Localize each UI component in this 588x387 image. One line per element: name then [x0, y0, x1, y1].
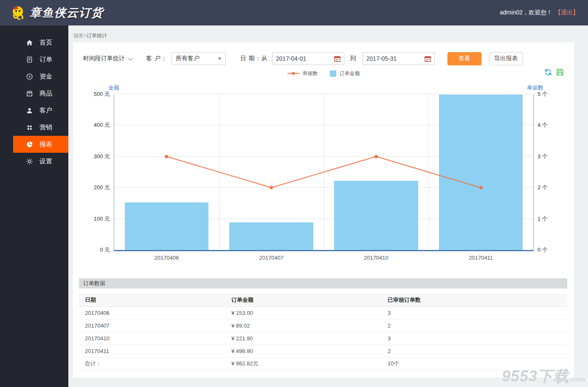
calendar-icon[interactable] [334, 56, 340, 62]
table-cell: ¥ 89.02 [225, 319, 382, 332]
table-cell: ¥ 221.90 [225, 332, 382, 345]
sidebar-item-funds[interactable]: ¥资金 [13, 68, 68, 85]
chevron-down-icon [128, 55, 133, 61]
legend-row: 单据数 订单金额 [83, 68, 564, 79]
right-axis-tick: 0 个 [537, 246, 548, 254]
report-icon [26, 141, 33, 148]
table-cell: ¥ 962.82元 [225, 357, 382, 370]
sidebar-item-label: 订单 [39, 56, 52, 64]
table-cell: 3 [382, 306, 567, 319]
goods-icon [26, 90, 33, 97]
column-header: 日期 [79, 294, 225, 306]
order-chart: 金额 单据数 0 元100 元200 元300 元400 元500 元0 个1 … [73, 83, 574, 275]
sidebar-item-label: 首页 [39, 39, 52, 47]
view-button[interactable]: 查看 [447, 52, 481, 65]
x-axis-label: 20170406 [154, 255, 179, 261]
customer-icon [26, 107, 33, 114]
table-cell: 3 [382, 332, 567, 345]
table-cell: ¥ 153.00 [225, 306, 382, 319]
app-logo: 章鱼侠云订货 [9, 4, 104, 21]
table-cell: 2 [382, 345, 567, 357]
right-axis-tick: 4 个 [537, 121, 548, 129]
logo-text: 章鱼侠云订货 [30, 5, 104, 20]
sidebar-item-label: 资金 [39, 73, 52, 81]
table-cell: 20170411 [79, 345, 225, 357]
logo-octopus-icon [9, 4, 26, 21]
breadcrumb-current: 订单统计 [87, 33, 107, 39]
calendar-icon[interactable] [425, 56, 431, 62]
right-axis-tick: 5 个 [537, 90, 548, 98]
date-to-input[interactable]: 2017-05-31 [363, 52, 435, 65]
marketing-icon [26, 124, 33, 131]
customer-select[interactable]: 所有客户 ▼ [172, 52, 226, 65]
breadcrumb: 报表>订单统计 [73, 32, 107, 39]
chart-plot: 0 元100 元200 元300 元400 元500 元0 个1 个2 个3 个… [114, 94, 534, 251]
sidebar-item-label: 客户 [39, 107, 52, 115]
line-legend-label: 单据数 [303, 70, 318, 77]
x-axis-label: 20170407 [259, 255, 284, 261]
customer-select-value: 所有客户 [176, 55, 200, 62]
sidebar-item-home[interactable]: 首页 [13, 34, 68, 51]
left-axis-tick: 300 元 [94, 153, 110, 160]
refresh-icon[interactable] [544, 68, 552, 76]
table-header-row: 日期订单金额已审核订单数 [79, 294, 567, 306]
order-data-table: 日期订单金额已审核订单数 20170406¥ 153.00320170407¥ … [79, 294, 567, 370]
funds-icon: ¥ [26, 73, 33, 80]
top-bar: 章鱼侠云订货 admin02，欢迎您！ 【退出】 [0, 0, 588, 25]
sidebar-item-goods[interactable]: 商品 [13, 85, 68, 102]
table-row: 20170407¥ 89.022 [79, 319, 567, 332]
select-caret-icon: ▼ [218, 56, 222, 61]
svg-text:¥: ¥ [29, 75, 31, 79]
sidebar-menu: 首页订单¥资金商品客户营销报表设置 [0, 34, 68, 170]
left-axis-tick: 500 元 [94, 90, 110, 98]
table-row: 20170411¥ 498.902 [79, 345, 567, 357]
user-greeting: admin02，欢迎您！ [500, 9, 552, 17]
left-axis-tick: 200 元 [94, 184, 110, 191]
sidebar-item-settings[interactable]: 设置 [13, 153, 68, 170]
left-axis-tick: 0 元 [100, 246, 110, 254]
table-body: 20170406¥ 153.00320170407¥ 89.0222017041… [79, 306, 567, 370]
report-card: 时间段订单统计 客 户： 所有客户 ▼ 日 期：从 2017-04-01 到 2… [73, 42, 574, 378]
report-type-dropdown[interactable]: 时间段订单统计 [83, 55, 132, 62]
line-point-20170411[interactable] [479, 186, 483, 189]
breadcrumb-separator: > [84, 33, 87, 39]
line-point-20170410[interactable] [374, 155, 378, 158]
sidebar-item-order[interactable]: 订单 [13, 51, 68, 68]
line-point-20170406[interactable] [165, 155, 168, 158]
table-section: 订单数据 日期订单金额已审核订单数 20170406¥ 153.00320170… [79, 278, 567, 370]
table-section-title: 订单数据 [79, 278, 567, 289]
table-cell: ¥ 498.90 [225, 345, 382, 357]
bar-legend-marker [330, 70, 336, 77]
date-from-input[interactable]: 2017-04-01 [272, 52, 344, 65]
export-button[interactable]: 导出报表 [489, 52, 523, 65]
sidebar: 首页订单¥资金商品客户营销报表设置 [0, 25, 68, 387]
left-axis-tick: 400 元 [94, 121, 110, 129]
right-axis-tick: 3 个 [537, 153, 548, 160]
column-header: 已审核订单数 [382, 294, 567, 306]
sidebar-item-label: 商品 [39, 90, 52, 98]
table-cell: 20170407 [79, 319, 225, 332]
chart-tools [544, 68, 564, 76]
order-icon [26, 56, 33, 63]
sidebar-item-marketing[interactable]: 营销 [13, 119, 68, 136]
breadcrumb-parent[interactable]: 报表 [73, 33, 84, 39]
line-point-20170407[interactable] [270, 186, 273, 189]
watermark-suffix: .com [569, 376, 585, 383]
sidebar-item-customer[interactable]: 客户 [13, 102, 68, 119]
table-cell: 20170410 [79, 332, 225, 345]
customer-label: 客 户： [146, 55, 167, 62]
line-legend-marker [287, 73, 299, 74]
logout-link[interactable]: 【退出】 [555, 9, 579, 17]
right-axis-tick: 1 个 [537, 215, 548, 223]
table-cell: 合计： [79, 357, 225, 370]
chart-legend: 单据数 订单金额 [287, 70, 360, 77]
sidebar-item-report[interactable]: 报表 [13, 136, 68, 153]
x-axis-label: 20170411 [469, 255, 493, 261]
watermark-main: 9553下载 [502, 367, 569, 385]
date-from-label: 日 期：从 [240, 55, 268, 62]
table-cell: 20170406 [79, 306, 225, 319]
sidebar-item-label: 报表 [39, 140, 52, 149]
watermark: 9553下载.com [502, 366, 585, 387]
x-axis-label: 20170410 [364, 255, 388, 261]
save-icon[interactable] [556, 68, 564, 76]
